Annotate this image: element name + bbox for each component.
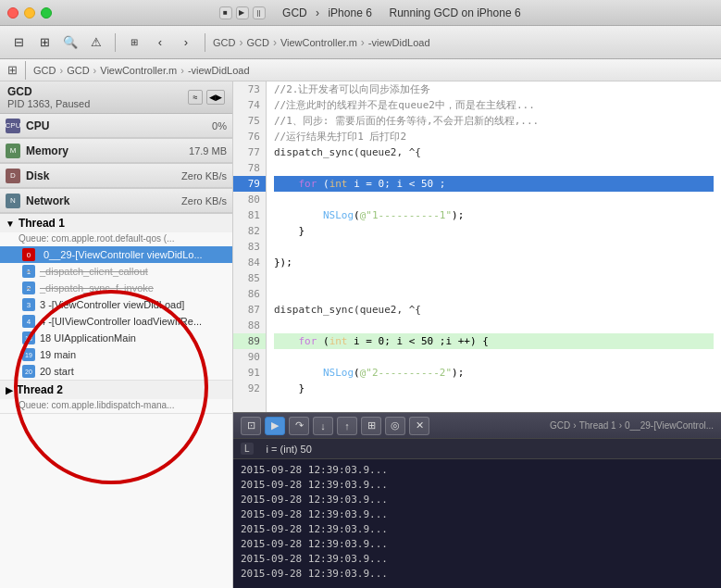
cpu-monitor-header[interactable]: CPU CPU 0%: [0, 114, 232, 138]
code-line-81: NSLog(@"1----------1");: [274, 207, 714, 223]
back-button[interactable]: ‹: [149, 31, 171, 54]
thread-1-label: Thread 1: [19, 217, 65, 230]
cpu-graph-icon[interactable]: ≈: [188, 90, 203, 105]
network-icon: N: [6, 194, 20, 208]
maximize-button[interactable]: [41, 7, 52, 19]
step-over-btn[interactable]: ↷: [289, 417, 309, 435]
breadcrumb-method[interactable]: -viewDidLoad: [368, 37, 430, 48]
frame-18-item[interactable]: 18 18 UIApplicationMain: [0, 330, 232, 346]
frame-2-icon: 2: [22, 281, 35, 294]
window-controls[interactable]: [7, 7, 52, 19]
playback-controls[interactable]: ■ ▶ ||: [218, 6, 265, 19]
frame-18-icon: 18: [22, 332, 35, 344]
address-btn[interactable]: ⊞: [361, 417, 381, 435]
breadcrumb-gcd[interactable]: GCD: [213, 37, 235, 48]
code-line-76: //运行结果先打印1 后打印2: [274, 129, 714, 144]
scheme-button[interactable]: ⊞: [123, 31, 145, 54]
line-num-91: 91: [233, 365, 266, 381]
forward-button[interactable]: ›: [175, 31, 197, 54]
frame-0-icon: 0: [22, 248, 35, 261]
debug-bc-gcd[interactable]: GCD: [550, 420, 570, 431]
line-num-89: 89: [233, 333, 266, 349]
line-num-74: 74: [233, 97, 266, 113]
frame-1-item[interactable]: 1 _dispatch_client_callout: [0, 263, 232, 280]
debugger-status: PID 1363, Paused: [7, 98, 90, 109]
frame-4-label: 4 -[UIViewController loadViewIfRe...: [40, 316, 202, 327]
minimize-button[interactable]: [24, 7, 35, 19]
log-panel: 2015-09-28 12:39:03.9... 2015-09-28 12:3…: [233, 458, 721, 588]
code-line-92: }: [274, 381, 714, 396]
frame-19-icon: 19: [22, 348, 35, 361]
continue-btn[interactable]: ▶: [265, 417, 285, 435]
clear-btn[interactable]: ✕: [409, 417, 429, 435]
close-button[interactable]: [7, 7, 19, 19]
code-line-84: });: [274, 255, 714, 270]
code-content[interactable]: //2.让开发者可以向同步添加任务 //注意此时的线程并不是在queue2中，而…: [267, 81, 721, 412]
scope-gcd2[interactable]: GCD: [67, 65, 89, 76]
code-line-90: [274, 349, 714, 365]
frame-20-label: 20 start: [40, 366, 74, 377]
title-bar-center: ■ ▶ || GCD › iPhone 6 Running GCD on iPh…: [200, 6, 520, 19]
scope-gcd1[interactable]: GCD: [33, 65, 56, 76]
pause-button[interactable]: ||: [252, 6, 265, 19]
var-type-badge: L: [241, 443, 254, 455]
thread-2-queue: Queue: com.apple.libdispatch-mana...: [0, 399, 232, 413]
memory-value: 17.9 MB: [189, 145, 227, 156]
step-into-btn[interactable]: ↓: [313, 417, 333, 435]
grid-view-button[interactable]: ⊞: [7, 63, 18, 77]
line-num-76: 76: [233, 129, 266, 144]
frame-4-icon: 4: [22, 315, 35, 328]
disk-icon: D: [6, 169, 20, 183]
thread-1-header[interactable]: ▼ Thread 1: [0, 214, 232, 232]
log-entry-8: 2015-09-28 12:39:03.9...: [241, 567, 714, 582]
thread-1-arrow: ▼: [6, 219, 15, 229]
main-toolbar: ⊟ ⊞ 🔍 ⚠ ⊞ ‹ › GCD › GCD › ViewController…: [0, 26, 721, 59]
debug-bc-thread[interactable]: Thread 1: [579, 420, 616, 431]
scope-file[interactable]: ViewController.m: [100, 65, 177, 76]
network-monitor-header[interactable]: N Network Zero KB/s: [0, 189, 232, 213]
step-out-btn[interactable]: ↑: [337, 417, 357, 435]
line-num-82: 82: [233, 223, 266, 239]
frame-20-item[interactable]: 20 20 start: [0, 363, 232, 380]
breadcrumb-file[interactable]: ViewController.m: [280, 37, 357, 48]
location-btn[interactable]: ◎: [385, 417, 405, 435]
toggle-navigator-button[interactable]: ⊟: [7, 31, 30, 54]
line-num-87: 87: [233, 302, 266, 318]
line-num-79: 79: [233, 176, 266, 192]
thread-list: ▼ Thread 1 Queue: com.apple.root.default…: [0, 214, 232, 588]
scope-sep: [25, 61, 26, 80]
code-line-78: [274, 160, 714, 176]
search-toolbar-button[interactable]: 🔍: [59, 31, 81, 54]
frame-0-item[interactable]: 0 0__29-[ViewController viewDidLo...: [0, 246, 232, 263]
scope-method[interactable]: -viewDidLoad: [188, 65, 250, 76]
left-panel: GCD PID 1363, Paused ≈ ◀▶ CPU CPU 0% M M…: [0, 81, 233, 588]
debug-bc-frame[interactable]: 0__29-[ViewControl...: [625, 420, 714, 431]
frame-3-item[interactable]: 3 3 -[ViewController viewDidLoad]: [0, 296, 232, 313]
disk-monitor-header[interactable]: D Disk Zero KB/s: [0, 164, 232, 188]
memory-monitor-header[interactable]: M Memory 17.9 MB: [0, 139, 232, 163]
frame-3-label: 3 -[ViewController viewDidLoad]: [40, 299, 184, 310]
right-panel: 73 74 75 76 77 78 79 80 81 82 83 84 85 8…: [233, 81, 721, 588]
disk-value: Zero KB/s: [181, 170, 227, 181]
frame-2-item[interactable]: 2 _dispatch_sync_f_invoke: [0, 280, 232, 296]
debug-toolbar: ⊡ ▶ ↷ ↓ ↑ ⊞ ◎ ✕ GCD › Thread 1 › 0__29-[…: [233, 412, 721, 438]
play-button[interactable]: ▶: [235, 6, 248, 19]
debugger-header: GCD PID 1363, Paused ≈ ◀▶: [0, 81, 232, 114]
warning-button[interactable]: ⚠: [85, 31, 107, 54]
thread-2-group: ▶ Thread 2 Queue: com.apple.libdispatch-…: [0, 381, 232, 414]
line-num-85: 85: [233, 270, 266, 286]
code-area: 73 74 75 76 77 78 79 80 81 82 83 84 85 8…: [233, 81, 721, 412]
stop-button[interactable]: ■: [218, 6, 231, 19]
thread-1-group: ▼ Thread 1 Queue: com.apple.root.default…: [0, 214, 232, 381]
show-panel-button[interactable]: ⊞: [33, 31, 56, 54]
breadcrumb-gcd2[interactable]: GCD: [246, 37, 268, 48]
scope-bar: ⊞ GCD › GCD › ViewController.m › -viewDi…: [0, 59, 721, 81]
audio-icon[interactable]: ◀▶: [206, 90, 225, 105]
frame-4-item[interactable]: 4 4 -[UIViewController loadViewIfRe...: [0, 313, 232, 330]
memory-label: Memory: [26, 144, 189, 157]
thread-2-header[interactable]: ▶ Thread 2: [0, 381, 232, 399]
frame-19-item[interactable]: 19 19 main: [0, 346, 232, 363]
code-line-91: NSLog(@"2----------2");: [274, 365, 714, 381]
line-num-73: 73: [233, 81, 266, 97]
toggle-debug-btn[interactable]: ⊡: [241, 417, 261, 435]
